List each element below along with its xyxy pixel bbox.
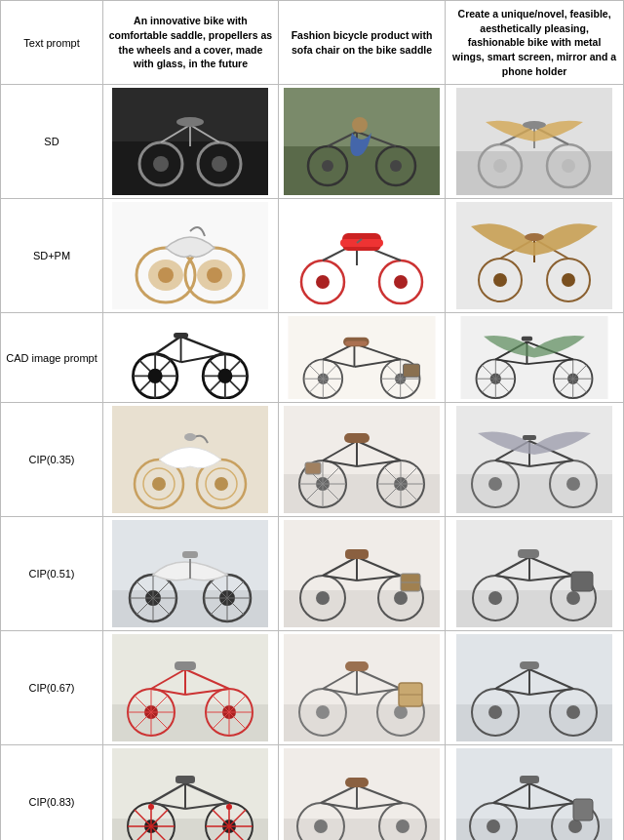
cip083-row: CIP(0.83) — [1, 745, 624, 840]
svg-point-267 — [226, 804, 232, 810]
svg-rect-279 — [345, 778, 369, 787]
svg-rect-95 — [345, 341, 368, 346]
cip083-label: CIP(0.83) — [1, 745, 103, 840]
sdpm-col1-img — [112, 202, 268, 309]
col2-header: Fashion bicycle product with sofa chair … — [278, 1, 445, 85]
cip067-row: CIP(0.67) — [1, 631, 624, 745]
cip051-label: CIP(0.51) — [1, 517, 103, 631]
svg-point-24 — [493, 159, 507, 173]
cip083-col2-cell — [278, 745, 445, 840]
sd-label: SD — [1, 85, 103, 199]
sd-row: SD — [1, 85, 624, 199]
svg-point-239 — [566, 705, 580, 719]
cip051-col1-img — [112, 520, 268, 627]
cip083-col1-img — [112, 748, 268, 840]
cip035-col3-cell — [446, 403, 624, 517]
sdpm-label: SD+PM — [1, 199, 103, 313]
sdpm-col2-img — [284, 202, 440, 309]
cad-col2-cell — [278, 313, 445, 403]
svg-rect-281 — [456, 819, 612, 840]
svg-point-285 — [568, 820, 582, 833]
cip067-col2-img — [284, 634, 440, 741]
cip035-col2-img — [284, 406, 440, 513]
cip067-col1-cell — [103, 631, 279, 745]
svg-rect-184 — [345, 549, 369, 559]
comparison-table: Text prompt An innovative bike with comf… — [0, 0, 624, 840]
cip051-col3-cell — [446, 517, 624, 631]
svg-rect-198 — [518, 549, 539, 558]
sdpm-col2-cell — [278, 199, 445, 313]
svg-point-284 — [487, 820, 500, 833]
cad-row: CAD image prompt — [1, 313, 624, 403]
cad-col3-img — [456, 316, 612, 399]
cip035-row: CIP(0.35) — [1, 403, 624, 517]
svg-point-33 — [158, 267, 174, 283]
cip035-col1-img — [112, 406, 268, 513]
svg-point-273 — [396, 820, 410, 833]
svg-point-224 — [316, 705, 330, 719]
cip067-col1-img — [112, 634, 268, 741]
svg-rect-231 — [345, 661, 369, 671]
cip051-col1-cell — [103, 517, 279, 631]
svg-rect-37 — [284, 202, 440, 309]
cip035-col2-cell — [278, 403, 445, 517]
col3-header: Create a unique/novel, feasible, aesthet… — [446, 1, 624, 85]
svg-rect-96 — [403, 365, 419, 378]
cad-col2-img — [284, 316, 440, 399]
sdpm-col3-img — [456, 202, 612, 309]
cad-label: CAD image prompt — [1, 313, 103, 403]
svg-point-25 — [562, 159, 575, 173]
svg-rect-125 — [284, 474, 440, 513]
svg-rect-247 — [112, 819, 268, 840]
svg-point-9 — [176, 117, 204, 127]
sd-col2-cell — [278, 85, 445, 199]
svg-rect-201 — [112, 704, 268, 741]
svg-point-64 — [148, 369, 163, 383]
cip083-col2-img — [284, 748, 440, 840]
svg-point-41 — [394, 275, 408, 289]
svg-point-225 — [394, 705, 408, 719]
svg-point-52 — [562, 273, 575, 287]
svg-point-36 — [207, 267, 222, 283]
svg-rect-188 — [456, 590, 612, 627]
svg-rect-292 — [573, 799, 593, 820]
svg-point-119 — [152, 477, 166, 491]
svg-rect-75 — [174, 333, 188, 339]
cip035-label: CIP(0.35) — [1, 403, 103, 517]
svg-point-177 — [316, 591, 330, 605]
svg-point-5 — [212, 156, 227, 172]
svg-point-238 — [488, 705, 502, 719]
svg-point-178 — [394, 591, 408, 605]
svg-point-19 — [352, 117, 368, 133]
svg-point-69 — [218, 369, 233, 383]
cip051-col3-img — [456, 520, 612, 627]
svg-point-14 — [322, 160, 333, 172]
svg-point-149 — [488, 477, 502, 491]
sd-col1-img — [112, 88, 268, 195]
col1-header: An innovative bike with comfortable sadd… — [103, 1, 279, 85]
cad-col1-cell — [103, 313, 279, 403]
cip067-label: CIP(0.67) — [1, 631, 103, 745]
svg-point-123 — [184, 433, 196, 441]
svg-rect-57 — [117, 316, 264, 399]
cip067-col3-cell — [446, 631, 624, 745]
svg-rect-76 — [288, 316, 435, 399]
svg-point-192 — [566, 591, 580, 605]
sd-col2-img — [284, 88, 440, 195]
svg-rect-115 — [522, 337, 532, 341]
sdpm-row: SD+PM — [1, 199, 624, 313]
svg-rect-221 — [284, 704, 440, 741]
svg-rect-172 — [182, 551, 198, 558]
cip067-col2-cell — [278, 631, 445, 745]
svg-rect-219 — [175, 661, 196, 670]
svg-rect-269 — [284, 819, 440, 840]
sd-col1-cell — [103, 85, 279, 199]
svg-rect-156 — [523, 435, 536, 440]
svg-rect-291 — [520, 776, 539, 783]
cip035-col1-cell — [103, 403, 279, 517]
sdpm-col3-cell — [446, 199, 624, 313]
svg-rect-158 — [112, 590, 268, 627]
cip083-col1-cell — [103, 745, 279, 840]
svg-point-4 — [153, 156, 169, 172]
svg-point-15 — [390, 160, 402, 172]
